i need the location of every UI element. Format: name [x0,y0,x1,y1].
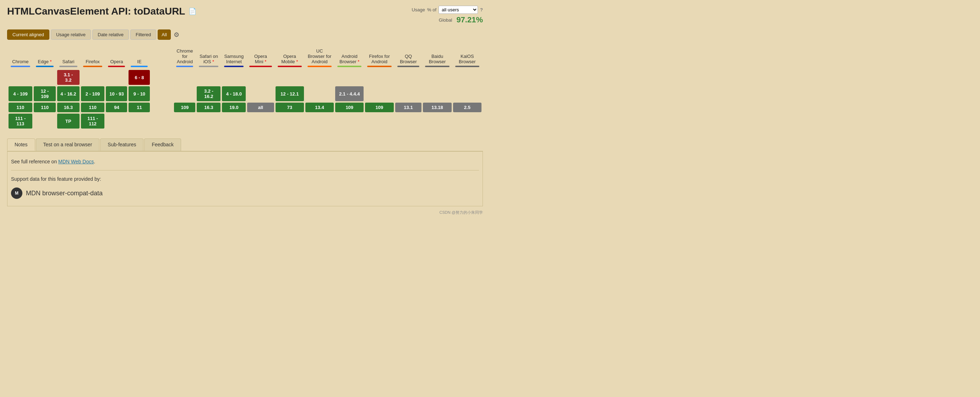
cell: 73 [275,103,304,112]
panel-content: See full reference on MDN Web Docs. Supp… [7,151,483,206]
mdn-credit: M MDN browser-compat-data [11,188,479,199]
tab-current-aligned[interactable]: Current aligned [7,29,49,40]
cell-spacer [151,103,173,112]
compat-table: Chrome Edge * Safari Firefox [7,45,483,130]
cell [106,114,127,129]
cell-spacer [151,70,173,85]
th-uc-browser: UC Browser for Android [305,47,334,69]
th-baidu: Baidu Browser [423,47,451,69]
cell [365,114,393,129]
cell [174,86,195,101]
cell [222,70,246,85]
cell [305,86,334,101]
cell: 6 - 8 [129,70,150,85]
cell: 4 - 16.2 [57,86,79,101]
cell: 110 [34,103,56,112]
cell [395,86,422,101]
global-label: Global [439,18,452,23]
panel-tab-feedback[interactable]: Feedback [144,139,181,151]
cell [81,70,105,85]
cell [34,70,56,85]
mdn-logo-icon: M [11,188,22,199]
th-opera: Opera [106,47,127,69]
th-chrome: Chrome [8,47,32,69]
cell: TP [57,114,79,129]
th-qq: QQ Browser [395,47,422,69]
cell: 2.5 [453,103,482,112]
cell: 10 - 93 [106,86,127,101]
th-android-browser: Android Browser * [335,47,364,69]
th-safari-ios: Safari oniOS * [197,47,221,69]
cell [247,86,274,101]
global-row: Global 97.21% [412,15,483,24]
tabs-panel: Notes Test on a real browser Sub-feature… [7,139,483,151]
cell: 4 - 109 [8,86,32,101]
cell [129,114,150,129]
tab-all[interactable]: All [158,29,170,40]
table-row: 111 - 113 TP 111 - 112 [8,114,482,129]
gear-icon[interactable]: ⚙ [173,31,179,39]
usage-info: Usage % of all users desktop users mobil… [412,6,483,24]
tab-date-relative[interactable]: Date relative [92,29,129,40]
cell [305,114,334,129]
cell: 110 [8,103,32,112]
page: HTMLCanvasElement API: toDataURL 📄 Usage… [0,0,490,221]
cell [395,70,422,85]
credit-name: MDN browser-compat-data [26,190,103,197]
compat-table-wrap: Chrome Edge * Safari Firefox [7,45,483,130]
tab-bar: Current aligned Usage relative Date rela… [7,29,483,40]
cell [453,86,482,101]
cell [423,70,451,85]
tab-filtered[interactable]: Filtered [130,29,156,40]
tab-usage-relative[interactable]: Usage relative [51,29,91,40]
th-kaios: KaiOS Browser [453,47,482,69]
divider [11,170,479,171]
cell: 16.3 [57,103,79,112]
table-row: 4 - 109 12 - 109 4 - 16.2 2 - 109 10 - 9… [8,86,482,101]
cell: 2.1 - 4.4.4 [335,86,364,101]
mdn-link[interactable]: MDN Web Docs [58,159,94,164]
cell: 13.4 [305,103,334,112]
th-opera-mini: Opera Mini * [247,47,274,69]
cell-spacer [151,86,173,101]
th-firefox: Firefox [81,47,105,69]
panel-tab-notes[interactable]: Notes [7,139,35,151]
cell [335,70,364,85]
cell: 12 - 12.1 [275,86,304,101]
cell: 94 [106,103,127,112]
cell: 2 - 109 [81,86,105,101]
th-chrome-android: ChromeforAndroid [174,47,195,69]
title-text: HTMLCanvasElement API: toDataURL [7,6,185,17]
cell: 12 - 109 [34,86,56,101]
user-select[interactable]: all users desktop users mobile users [439,6,478,14]
cell [197,114,221,129]
cell [335,114,364,129]
cell [174,70,195,85]
cell: 13.18 [423,103,451,112]
question-mark[interactable]: ? [480,7,483,13]
panel-tab-subfeatures[interactable]: Sub-features [100,139,143,151]
panel-tab-test[interactable]: Test on a real browser [36,139,100,151]
footer-note: CSDN @努力的小朱同学 [7,210,483,215]
table-row: 110 110 16.3 110 94 11 109 16.3 19.0 all… [8,103,482,112]
cell [275,114,304,129]
usage-label: Usage [412,7,425,13]
cell-spacer [151,114,173,129]
cell [423,114,451,129]
notes-content: See full reference on [11,159,57,164]
th-opera-mobile: Opera Mobile * [275,47,304,69]
cell [174,114,195,129]
cell: 4 - 18.0 [222,86,246,101]
th-samsung: SamsungInternet [222,47,246,69]
cell [305,70,334,85]
cell: 109 [335,103,364,112]
th-firefox-android: Firefox for Android [365,47,393,69]
cell [453,70,482,85]
page-title: HTMLCanvasElement API: toDataURL 📄 [7,6,196,17]
doc-icon[interactable]: 📄 [189,8,196,15]
cell: 110 [81,103,105,112]
cell [365,70,393,85]
usage-of-label: % of [427,7,436,13]
cell [222,114,246,129]
cell [8,70,32,85]
